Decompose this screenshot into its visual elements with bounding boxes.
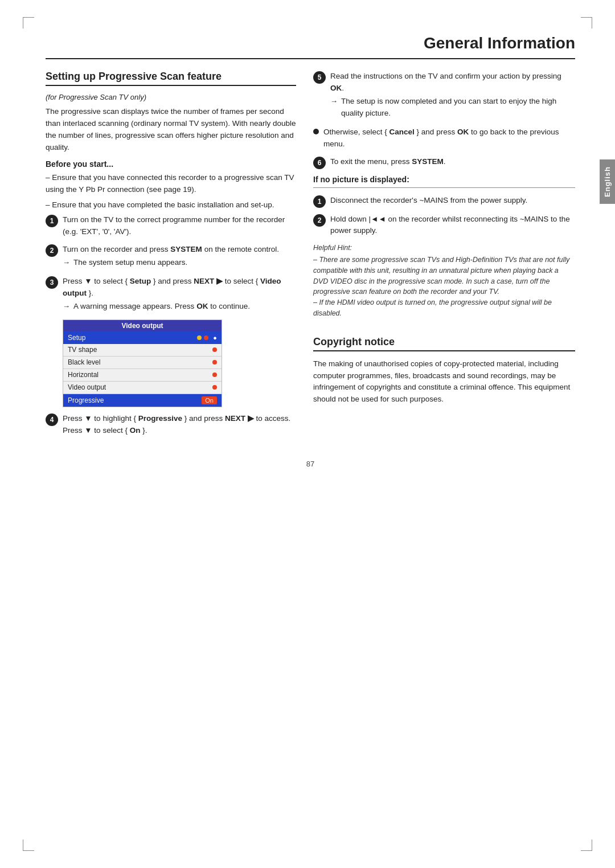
- menu-label-setup: Setup: [68, 334, 195, 342]
- copyright-section: Copyright notice The making of unauthori…: [313, 336, 575, 406]
- arrow-icon-3: →: [63, 301, 70, 312]
- page-title: General Information: [424, 34, 575, 52]
- menu-label-horizontal: Horizontal: [68, 371, 210, 379]
- left-column: Setting up Progressive Scan feature (for…: [46, 71, 296, 443]
- menu-row-horizontal: Horizontal: [63, 369, 222, 382]
- menu-label-blacklevel: Black level: [68, 358, 210, 366]
- step-3-arrow: A warning message appears. Press OK to c…: [73, 301, 250, 313]
- copyright-rule: [313, 350, 575, 351]
- arrow-icon-5: →: [330, 96, 338, 107]
- hint-block: Helpful Hint: – There are some progressi…: [313, 243, 575, 318]
- bullet-content: Otherwise, select { Cancel } and press O…: [323, 126, 575, 150]
- step-3: 3 Press ▼ to select { Setup } and press …: [46, 276, 296, 314]
- step-num-4: 4: [46, 413, 58, 426]
- step-num-2: 2: [46, 244, 58, 257]
- step-content-5: Read the instructions on the TV and conf…: [330, 71, 575, 121]
- menu-header: Video output: [63, 320, 222, 331]
- step-1: 1 Turn on the TV to the correct programm…: [46, 214, 296, 238]
- menu-dot-tvshape: [212, 347, 217, 352]
- step-5-text: Read the instructions on the TV and conf…: [330, 72, 561, 92]
- step-content-2: Turn on the recorder and press SYSTEM on…: [63, 244, 296, 270]
- bullet-item-cancel: Otherwise, select { Cancel } and press O…: [313, 126, 575, 150]
- menu-on-badge: On: [202, 396, 217, 404]
- step-content-1: Turn on the TV to the correct programme …: [63, 214, 296, 238]
- language-tab: English: [600, 159, 615, 204]
- right-column: 5 Read the instructions on the TV and co…: [313, 71, 575, 443]
- step-6: 6 To exit the menu, press SYSTEM.: [313, 156, 575, 169]
- no-picture-step-num-1: 1: [313, 195, 326, 208]
- no-picture-step-1: 1 Disconnect the recorder's ~MAINS from …: [313, 195, 575, 208]
- if-no-picture-heading: If no picture is displayed:: [313, 175, 575, 184]
- no-picture-step-num-2: 2: [313, 214, 326, 227]
- copyright-heading: Copyright notice: [313, 336, 575, 348]
- corner-mark-bl: [23, 840, 34, 851]
- page-header: General Information: [46, 34, 575, 52]
- hint-text: – There are some progressive scan TVs an…: [313, 255, 575, 319]
- menu-row-blacklevel: Black level: [63, 357, 222, 369]
- before-start-item-1: – Ensure that you have connected this re…: [46, 172, 296, 196]
- step-content-3: Press ▼ to select { Setup } and press NE…: [63, 276, 296, 314]
- step-num-3: 3: [46, 276, 58, 289]
- menu-row-setup: Setup ●: [63, 331, 222, 344]
- corner-mark-tr: [581, 17, 592, 28]
- menu-dot-progressive: [192, 398, 197, 403]
- step-2: 2 Turn on the recorder and press SYSTEM …: [46, 244, 296, 270]
- corner-mark-br: [581, 840, 592, 851]
- step-5: 5 Read the instructions on the TV and co…: [313, 71, 575, 121]
- section-heading-progressive: Setting up Progressive Scan feature: [46, 71, 296, 83]
- step-3-text: Press ▼ to select { Setup } and press NE…: [63, 277, 281, 297]
- hint-label: Helpful Hint:: [313, 243, 575, 253]
- menu-label-tvshape: TV shape: [68, 346, 210, 354]
- menu-dot-videooutput: [212, 385, 217, 390]
- menu-row-progressive: Progressive On: [63, 394, 222, 407]
- menu-row-tvshape: TV shape: [63, 344, 222, 357]
- step-num-5: 5: [313, 71, 326, 84]
- menu-label-videooutput: Video output: [68, 383, 210, 391]
- step-content-4: Press ▼ to highlight { Progressive } and…: [63, 413, 296, 437]
- step-2-arrow: The system setup menu appears.: [73, 257, 187, 269]
- step-2-text: Turn on the recorder and press SYSTEM on…: [63, 245, 279, 253]
- menu-row-videooutput: Video output: [63, 382, 222, 394]
- if-no-picture-rule: [313, 187, 575, 188]
- step-content-6: To exit the menu, press SYSTEM.: [330, 156, 575, 168]
- step-5-arrow: The setup is now completed and you can s…: [341, 96, 575, 120]
- menu-dot-setup: [197, 335, 202, 340]
- no-picture-step-2: 2 Hold down |◄◄ on the recorder whilst r…: [313, 214, 575, 238]
- menu-label-progressive: Progressive: [68, 396, 190, 404]
- no-picture-step-content-2: Hold down |◄◄ on the recorder whilst rec…: [330, 214, 575, 238]
- before-start-heading: Before you start...: [46, 159, 296, 169]
- menu-screenshot: Video output Setup ● TV shape Black leve…: [63, 320, 222, 407]
- subtitle-progressive: (for Progressive Scan TV only): [46, 93, 296, 101]
- copyright-text: The making of unauthorised copies of cop…: [313, 358, 575, 406]
- menu-dot2-setup: [204, 335, 208, 340]
- two-column-layout: Setting up Progressive Scan feature (for…: [46, 71, 575, 443]
- menu-dot-blacklevel: [212, 360, 217, 365]
- step-num-6: 6: [313, 157, 326, 169]
- menu-dot-horizontal: [212, 372, 217, 377]
- corner-mark-tl: [23, 17, 34, 28]
- intro-text: The progressive scan displays twice the …: [46, 106, 296, 154]
- section-rule-top: [46, 85, 296, 86]
- arrow-icon-2: →: [63, 257, 70, 268]
- page-number: 87: [46, 460, 575, 468]
- header-rule: [46, 58, 575, 59]
- page-container: English General Information Setting up P…: [0, 0, 615, 868]
- no-picture-step-content-1: Disconnect the recorder's ~MAINS from th…: [330, 195, 575, 207]
- menu-dot3: ●: [213, 334, 217, 341]
- bullet-circle: [313, 129, 319, 134]
- step-4: 4 Press ▼ to highlight { Progressive } a…: [46, 413, 296, 437]
- step-num-1: 1: [46, 215, 58, 227]
- before-start-item-2: – Ensure that you have completed the bas…: [46, 199, 296, 211]
